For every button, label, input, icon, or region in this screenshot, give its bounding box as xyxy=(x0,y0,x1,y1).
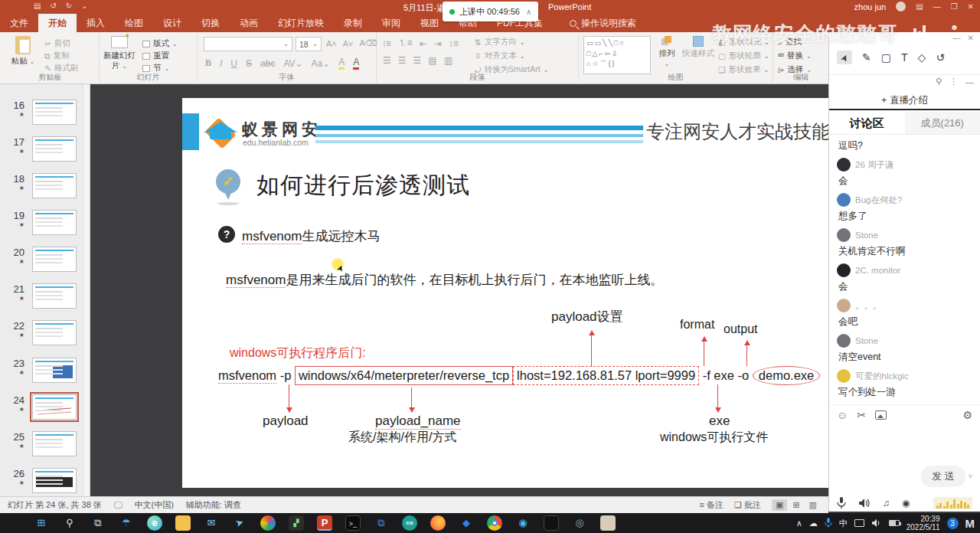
label-payload-name[interactable]: payload_name xyxy=(375,414,461,430)
body-text[interactable]: msfvenom是用来生成后门的软件，在目标机上执行后门，在本地监听上线。 xyxy=(226,271,663,289)
cut-screenshot-icon[interactable]: ✂ xyxy=(857,409,866,421)
settings-gear-icon[interactable]: ⚙ xyxy=(962,409,972,421)
eraser-tool-icon[interactable]: ◇ xyxy=(918,51,926,64)
label-exe[interactable]: exe xyxy=(709,414,730,429)
chrome-icon[interactable] xyxy=(487,515,502,531)
mail-app-icon[interactable]: ✉ xyxy=(204,515,219,531)
slide-tagline[interactable]: 专注网安人才实战技能 xyxy=(646,119,830,144)
rect-tool-icon[interactable]: ▢ xyxy=(881,51,891,64)
live-intro-tab[interactable]: + 直播介绍 xyxy=(829,92,980,110)
eye-care-app-icon[interactable]: ◉ xyxy=(515,515,531,531)
change-case-button[interactable]: Aa⌄ xyxy=(312,58,331,69)
grow-shrink-font[interactable]: A˄A˅A⌫ xyxy=(326,38,377,48)
tab-record[interactable]: 录制 xyxy=(334,14,372,32)
strike-button[interactable]: S xyxy=(246,58,252,69)
slide-sorter-view-button[interactable]: ⊞ xyxy=(789,499,803,511)
slide-thumb-23[interactable]: 23★ xyxy=(0,358,83,391)
text-direction-button[interactable]: ⇅文字方向⌄ xyxy=(475,37,525,47)
bold-button[interactable]: B xyxy=(205,57,211,69)
tab-design[interactable]: 设计 xyxy=(153,14,191,32)
speaker-icon[interactable] xyxy=(858,498,871,508)
reading-view-button[interactable]: ▥ xyxy=(805,499,821,511)
edge-browser-icon[interactable]: e xyxy=(147,515,162,531)
normal-view-button[interactable]: ▣ xyxy=(772,499,787,511)
tab-discussion[interactable]: 讨论区 xyxy=(829,112,905,134)
shapes-gallery[interactable]: ▭▭╲╲□○□△⌐⇦⇩⌂☆⌒{} xyxy=(583,36,651,74)
language-indicator[interactable]: 中文(中国) xyxy=(134,499,173,511)
co-app-icon[interactable]: co xyxy=(402,515,417,531)
send-button[interactable]: 发 送 xyxy=(921,466,965,487)
terminal-icon[interactable]: >_ xyxy=(345,515,361,531)
undo-tool-icon[interactable]: ↺ xyxy=(936,51,945,64)
tray-speaker-icon[interactable] xyxy=(871,518,882,528)
slide-thumb-25[interactable]: 25★ xyxy=(0,431,83,465)
collapse-timer-icon[interactable]: ∧ xyxy=(526,8,531,16)
collapse-panel-icon[interactable]: — xyxy=(965,77,974,87)
emoji-icon[interactable]: ☺ xyxy=(837,409,848,421)
arrange-button[interactable]: 排列⌄ xyxy=(654,36,680,68)
music-icon[interactable]: ♫ xyxy=(883,498,890,508)
comments-button[interactable]: ❏ 批注 xyxy=(734,499,761,511)
incense-app-icon[interactable] xyxy=(600,515,616,531)
replace-button[interactable]: ᵃᵇ替换⌄ xyxy=(778,51,812,61)
screenshot-tool-icon[interactable]: ▞ xyxy=(289,515,304,531)
ribbon-display-options-icon[interactable]: ▤ xyxy=(916,2,923,11)
msfvenom-command[interactable]: msfvenom -p windows/x64/meterpreter/reve… xyxy=(218,366,820,385)
image-icon[interactable] xyxy=(875,410,887,420)
slide-title[interactable]: 如何进行后渗透测试 xyxy=(256,170,470,201)
label-output[interactable]: output xyxy=(724,322,757,336)
more-options-icon[interactable]: ⋮ xyxy=(949,77,958,87)
slide-thumb-20[interactable]: 20★ xyxy=(0,247,83,280)
powerpoint-taskbar-icon[interactable]: P xyxy=(317,515,332,531)
label-payload[interactable]: payload xyxy=(263,414,309,429)
paste-button[interactable]: 粘贴 ⌄ xyxy=(6,36,40,66)
battery-icon[interactable] xyxy=(889,520,900,526)
text-tool-icon[interactable]: T xyxy=(901,51,908,64)
close-button[interactable]: ✕ xyxy=(968,2,974,11)
select-tool-icon[interactable]: ➤ xyxy=(837,51,852,64)
slide-thumb-26[interactable]: 26★ xyxy=(0,468,83,496)
align-row[interactable]: ☰☰☰▤▥ xyxy=(383,55,452,66)
align-text-button[interactable]: ⇳对齐文本⌄ xyxy=(475,51,525,61)
tray-microphone-icon[interactable] xyxy=(825,518,832,528)
label-payload-set[interactable]: payload设置 xyxy=(551,308,623,325)
save-icon[interactable]: ▤ xyxy=(34,2,41,10)
font-color-button[interactable]: A xyxy=(353,57,359,70)
avatar[interactable] xyxy=(896,2,906,11)
tab-members[interactable]: 成员(216) xyxy=(905,112,980,134)
tab-transitions[interactable]: 切换 xyxy=(191,14,230,32)
ime-indicator[interactable]: 中 xyxy=(839,518,848,529)
cloud-icon[interactable]: ☁ xyxy=(809,518,818,528)
umbrella-app-icon[interactable]: ☂ xyxy=(119,515,134,531)
microphone-icon[interactable] xyxy=(837,497,846,509)
reset-button[interactable]: 重置 xyxy=(142,51,169,61)
layout-button[interactable]: 版式⌄ xyxy=(142,38,178,49)
label-payload-desc[interactable]: 系统/架构/作用/方式 xyxy=(348,430,456,446)
tab-file[interactable]: 文件 xyxy=(0,14,38,32)
tab-animations[interactable]: 动画 xyxy=(230,14,268,32)
task-view-icon[interactable]: ⧉ xyxy=(90,515,106,531)
redo-icon[interactable]: ↻ xyxy=(66,2,72,10)
underline-button[interactable]: U xyxy=(230,58,237,69)
shape-outline-button[interactable]: ▢形状轮廓⌄ xyxy=(718,51,769,61)
font-name-combo[interactable]: ⌄ xyxy=(204,37,292,51)
webcam-icon[interactable]: ◉ xyxy=(902,498,910,508)
tray-expand-icon[interactable]: ∧ xyxy=(796,518,802,528)
g-circle-app-icon[interactable]: ◎ xyxy=(572,515,587,531)
section-heading[interactable]: msfvenom生成远控木马 xyxy=(242,227,380,245)
diamond-app-icon[interactable]: ◆ xyxy=(459,515,474,531)
anno-close-icon[interactable]: ✕ xyxy=(968,34,974,42)
highlight-button[interactable]: A xyxy=(338,57,345,70)
slide-thumb-16[interactable]: 16★ xyxy=(0,100,83,133)
slide-thumb-24-selected[interactable]: 24★ xyxy=(0,394,83,428)
phone-app-icon[interactable] xyxy=(544,515,559,531)
panel-scrollbar[interactable] xyxy=(83,84,90,496)
char-spacing-button[interactable]: AV⌄ xyxy=(283,58,302,69)
start-button-icon[interactable]: ⊞ xyxy=(34,515,49,531)
clock[interactable]: 20:392022/5/11 xyxy=(906,515,940,532)
slide-thumb-17[interactable]: 17★ xyxy=(0,136,83,170)
customize-qat-icon[interactable]: ⌄ xyxy=(81,2,87,10)
chat-messages[interactable]: 逗吗? 26 周子谦会 Bug在何处?想多了 Stone关机肯定不行啊 2C. … xyxy=(829,136,980,397)
remote-desktop-icon[interactable]: ⧉ xyxy=(374,515,389,531)
tab-draw[interactable]: 绘图 xyxy=(115,14,153,32)
